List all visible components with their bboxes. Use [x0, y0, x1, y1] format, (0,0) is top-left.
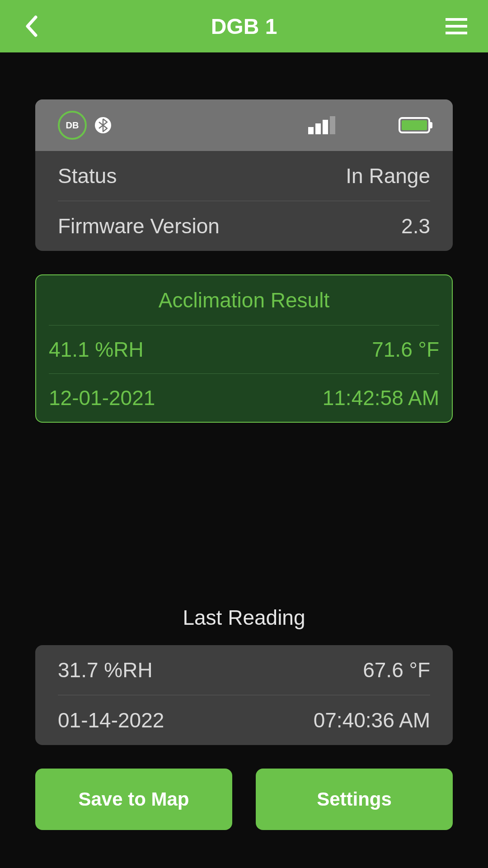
- last-reading-title: Last Reading: [35, 605, 453, 630]
- device-badge-icon: DB: [58, 111, 87, 140]
- signal-icon: [308, 116, 335, 134]
- last-reading-values-row: 31.7 %RH 67.6 °F: [35, 645, 453, 695]
- svg-rect-0: [446, 18, 467, 21]
- device-indicators-left: DB: [58, 111, 111, 140]
- device-indicators-right: [308, 116, 430, 134]
- acclimation-temperature: 71.6 °F: [372, 337, 439, 362]
- device-status-card: DB Status In Range: [35, 99, 453, 251]
- acclimation-humidity: 41.1 %RH: [49, 337, 144, 362]
- acclimation-time: 11:42:58 AM: [323, 386, 439, 410]
- settings-button[interactable]: Settings: [256, 769, 453, 830]
- acclimation-result-card: Acclimation Result 41.1 %RH 71.6 °F 12-0…: [35, 274, 453, 423]
- acclimation-date: 12-01-2021: [49, 386, 155, 410]
- firmware-row: Firmware Version 2.3: [35, 201, 453, 251]
- acclimation-title: Acclimation Result: [36, 275, 452, 325]
- device-status-header: DB: [35, 99, 453, 151]
- last-reading-time: 07:40:36 AM: [314, 708, 430, 732]
- back-button[interactable]: [18, 13, 45, 40]
- svg-rect-1: [446, 25, 467, 28]
- status-label: Status: [58, 164, 117, 188]
- battery-icon: [399, 117, 430, 133]
- last-reading-card: 31.7 %RH 67.6 °F 01-14-2022 07:40:36 AM: [35, 645, 453, 745]
- bluetooth-icon: [95, 117, 111, 133]
- menu-button[interactable]: [443, 13, 470, 40]
- acclimation-readings-row: 41.1 %RH 71.6 °F: [36, 326, 452, 373]
- last-reading-humidity: 31.7 %RH: [58, 658, 153, 682]
- page-title: DGB 1: [211, 14, 277, 39]
- firmware-value: 2.3: [401, 214, 430, 238]
- svg-rect-2: [446, 32, 467, 34]
- last-reading-temperature: 67.6 °F: [363, 658, 430, 682]
- app-header: DGB 1: [0, 0, 488, 52]
- last-reading-datetime-row: 01-14-2022 07:40:36 AM: [35, 695, 453, 745]
- acclimation-datetime-row: 12-01-2021 11:42:58 AM: [36, 374, 452, 422]
- status-row: Status In Range: [35, 151, 453, 201]
- chevron-left-icon: [25, 15, 38, 37]
- save-to-map-button[interactable]: Save to Map: [35, 769, 232, 830]
- action-buttons-row: Save to Map Settings: [35, 769, 453, 830]
- content-area: DB Status In Range: [0, 99, 488, 830]
- hamburger-icon: [446, 18, 467, 34]
- firmware-label: Firmware Version: [58, 214, 220, 238]
- last-reading-date: 01-14-2022: [58, 708, 164, 732]
- status-value: In Range: [346, 164, 430, 188]
